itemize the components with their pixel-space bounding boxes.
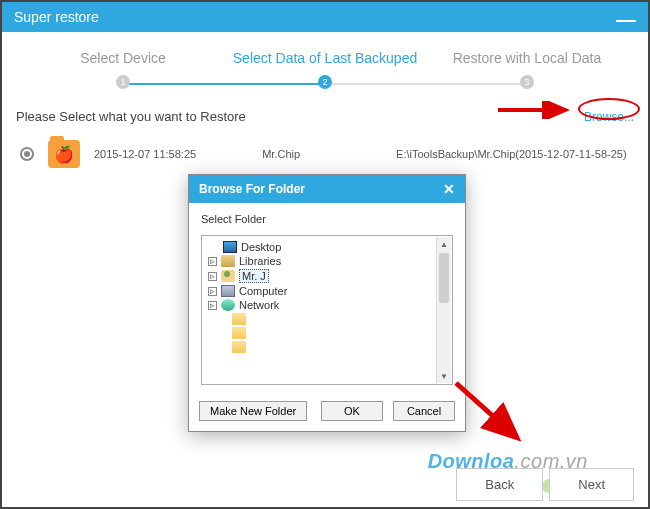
folder-icon: 🍎	[48, 140, 80, 168]
tree-label: Mr. J	[239, 269, 269, 283]
user-folder-icon	[221, 270, 235, 282]
tree-item-subfolder[interactable]	[232, 312, 446, 326]
scroll-down-icon[interactable]: ▼	[437, 369, 451, 383]
expand-icon[interactable]: ▹	[208, 287, 217, 296]
dialog-titlebar: Browse For Folder ✕	[189, 175, 465, 203]
folder-tree[interactable]: Desktop ▹ Libraries ▹ Mr. J ▹ Computer ▹…	[201, 235, 453, 385]
step-restore-local[interactable]: Restore with Local Data 3	[426, 50, 628, 89]
title-bar: Super restore	[2, 2, 648, 32]
backup-item[interactable]: 🍎 2015-12-07 11:58:25 Mr.Chip E:\iToolsB…	[2, 130, 648, 178]
tree-item-computer[interactable]: ▹ Computer	[208, 284, 446, 298]
wizard-stepper: Select Device 1 Select Data of Last Back…	[2, 32, 648, 99]
expand-icon[interactable]: ▹	[208, 272, 217, 281]
expand-icon[interactable]: ▹	[208, 257, 217, 266]
expand-icon[interactable]: ▹	[208, 301, 217, 310]
tree-item-mrj[interactable]: ▹ Mr. J	[208, 268, 446, 284]
tree-item-network[interactable]: ▹ Network	[208, 298, 446, 312]
tree-label: Computer	[239, 285, 287, 297]
step-dot: 1	[116, 75, 130, 89]
dialog-title: Browse For Folder	[199, 182, 305, 196]
dialog-button-row: Make New Folder OK Cancel	[189, 393, 465, 431]
backup-date: 2015-12-07 11:58:25	[94, 148, 196, 160]
back-button[interactable]: Back	[456, 468, 543, 501]
computer-icon	[221, 285, 235, 297]
folder-icon	[232, 327, 246, 339]
step-label: Select Device	[22, 50, 224, 66]
instruction-row: Please Select what you want to Restore B…	[2, 99, 648, 130]
step-select-data[interactable]: Select Data of Last Backuped 2	[224, 50, 426, 89]
instruction-text: Please Select what you want to Restore	[16, 109, 246, 124]
next-button[interactable]: Next	[549, 468, 634, 501]
step-dot: 2	[318, 75, 332, 89]
tree-item-desktop[interactable]: Desktop	[208, 240, 446, 254]
browse-folder-dialog: Browse For Folder ✕ Select Folder Deskto…	[188, 174, 466, 432]
apple-icon: 🍎	[54, 145, 74, 164]
tree-item-subfolder[interactable]	[232, 340, 446, 354]
window-title: Super restore	[14, 9, 99, 25]
network-icon	[221, 299, 235, 311]
step-dot: 3	[520, 75, 534, 89]
scrollbar[interactable]: ▲ ▼	[436, 237, 451, 383]
backup-path: E:\iToolsBackup\Mr.Chip(2015-12-07-11-58…	[396, 148, 627, 160]
ok-button[interactable]: OK	[321, 401, 383, 421]
step-label: Select Data of Last Backuped	[224, 50, 426, 66]
backup-user: Mr.Chip	[262, 148, 300, 160]
minimize-button[interactable]	[616, 20, 636, 22]
desktop-icon	[223, 241, 237, 253]
tree-label: Network	[239, 299, 279, 311]
close-icon[interactable]: ✕	[443, 181, 455, 197]
libraries-icon	[221, 255, 235, 267]
scroll-thumb[interactable]	[439, 253, 449, 303]
step-select-device[interactable]: Select Device 1	[22, 50, 224, 89]
folder-icon	[232, 313, 246, 325]
make-new-folder-button[interactable]: Make New Folder	[199, 401, 307, 421]
tree-label: Libraries	[239, 255, 281, 267]
tree-label: Desktop	[241, 241, 281, 253]
radio-button[interactable]	[20, 147, 34, 161]
step-label: Restore with Local Data	[426, 50, 628, 66]
browse-link[interactable]: Browse...	[584, 110, 634, 124]
footer-buttons: Back Next	[456, 468, 634, 501]
folder-icon	[232, 341, 246, 353]
cancel-button[interactable]: Cancel	[393, 401, 455, 421]
dialog-subtitle: Select Folder	[201, 213, 453, 225]
tree-item-libraries[interactable]: ▹ Libraries	[208, 254, 446, 268]
tree-item-subfolder[interactable]	[232, 326, 446, 340]
scroll-up-icon[interactable]: ▲	[437, 237, 451, 251]
